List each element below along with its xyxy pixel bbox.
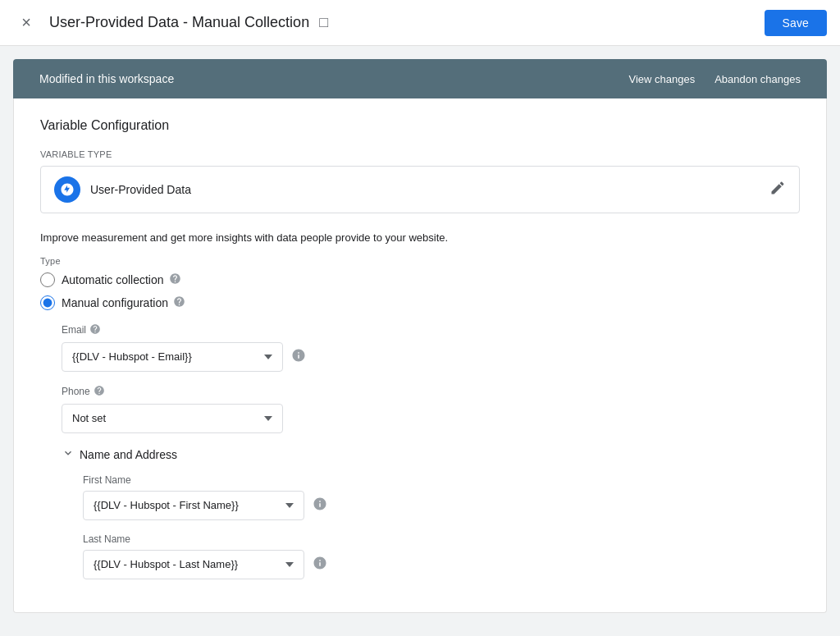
radio-group: Automatic collection Manual configuratio… <box>40 272 800 310</box>
view-changes-button[interactable]: View changes <box>628 70 695 89</box>
edit-icon[interactable] <box>769 180 786 200</box>
main-card: Variable Configuration Variable Type Use… <box>13 98 827 613</box>
folder-icon[interactable]: □ <box>319 14 328 31</box>
first-name-label: First Name <box>83 474 800 486</box>
manual-help-icon[interactable] <box>173 295 185 310</box>
first-name-info-icon[interactable] <box>313 496 327 515</box>
close-icon: × <box>21 13 31 32</box>
last-name-info-icon[interactable] <box>313 556 327 574</box>
email-help-icon[interactable] <box>89 323 101 337</box>
last-name-label: Last Name <box>83 533 800 545</box>
type-section-label: Type <box>40 256 800 266</box>
manual-config-sub: Email {{DLV - Hubspot - Email}} Not set … <box>62 323 800 579</box>
automatic-help-icon[interactable] <box>169 272 181 287</box>
first-name-dropdown-wrapper: {{DLV - Hubspot - First Name}} Not set <box>83 491 800 520</box>
type-icon <box>54 176 80 203</box>
last-name-dropdown-wrapper: {{DLV - Hubspot - Last Name}} Not set <box>83 550 800 579</box>
radio-manual-label: Manual configuration <box>62 295 185 310</box>
radio-automatic-input[interactable] <box>40 272 55 287</box>
workspace-banner: Modified in this workspace View changes … <box>13 59 827 98</box>
abandon-changes-button[interactable]: Abandon changes <box>714 70 801 89</box>
name-address-section: Name and Address First Name {{DLV - Hubs… <box>62 446 800 579</box>
name-address-label: Name and Address <box>80 448 177 461</box>
section-title: Variable Configuration <box>40 118 800 133</box>
type-name: User-Provided Data <box>90 183 191 196</box>
save-button[interactable]: Save <box>765 10 827 36</box>
variable-type-left: User-Provided Data <box>54 176 191 203</box>
workspace-banner-actions: View changes Abandon changes <box>628 70 801 89</box>
email-dropdown-wrapper: {{DLV - Hubspot - Email}} Not set <box>62 342 800 372</box>
email-dropdown[interactable]: {{DLV - Hubspot - Email}} Not set <box>62 342 283 372</box>
chevron-down-icon <box>62 446 75 463</box>
expand-name-address-row[interactable]: Name and Address <box>62 446 800 463</box>
phone-help-icon[interactable] <box>94 385 105 399</box>
phone-dropdown-wrapper: Not set {{DLV - Hubspot - Phone}} <box>62 404 800 433</box>
top-bar-left: × User-Provided Data - Manual Collection… <box>13 10 328 36</box>
top-bar: × User-Provided Data - Manual Collection… <box>0 0 840 46</box>
workspace-banner-text: Modified in this workspace <box>39 72 174 85</box>
name-address-fields: First Name {{DLV - Hubspot - First Name}… <box>83 474 800 579</box>
description-text: Improve measurement and get more insight… <box>40 230 800 246</box>
email-label: Email <box>62 323 800 337</box>
last-name-dropdown[interactable]: {{DLV - Hubspot - Last Name}} Not set <box>83 550 304 579</box>
first-name-dropdown[interactable]: {{DLV - Hubspot - First Name}} Not set <box>83 491 304 520</box>
phone-dropdown[interactable]: Not set {{DLV - Hubspot - Phone}} <box>62 404 283 433</box>
close-button[interactable]: × <box>13 10 39 36</box>
radio-automatic-label: Automatic collection <box>62 272 181 287</box>
radio-automatic[interactable]: Automatic collection <box>40 272 800 287</box>
email-info-icon[interactable] <box>291 348 306 366</box>
phone-label: Phone <box>62 385 800 399</box>
radio-manual-input[interactable] <box>40 295 55 310</box>
radio-manual[interactable]: Manual configuration <box>40 295 800 310</box>
variable-type-box: User-Provided Data <box>40 166 800 213</box>
variable-type-label: Variable Type <box>40 149 800 159</box>
page-title: User-Provided Data - Manual Collection <box>49 14 309 31</box>
